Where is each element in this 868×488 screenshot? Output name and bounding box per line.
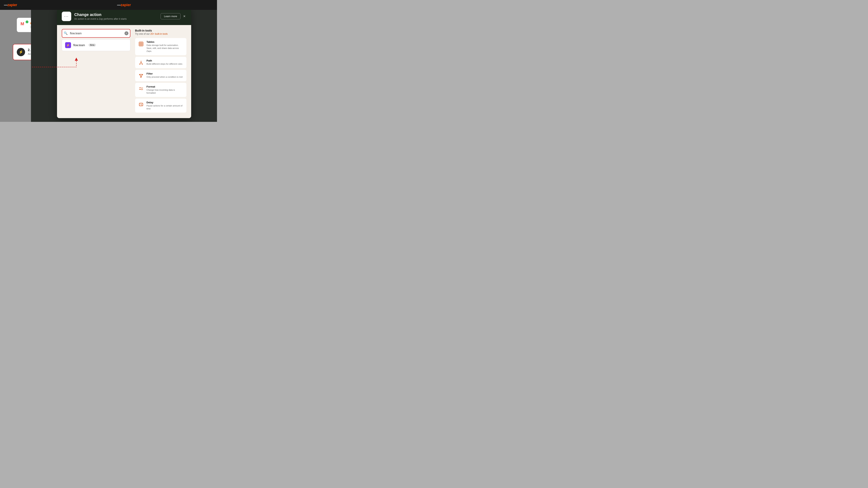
checkmark-icon: ✓ xyxy=(26,21,28,23)
search-result-flowteam[interactable]: ⚡ flow.team Beta xyxy=(62,39,130,51)
tool-filter-name: Filter xyxy=(147,72,183,75)
tool-path-desc: Build different steps for different rule… xyxy=(147,63,183,65)
tool-card-delay[interactable]: Delay Pause actions for a certain amount… xyxy=(135,99,186,113)
tool-card-filter[interactable]: Filter Only proceed when a condition is … xyxy=(135,70,186,81)
format-icon xyxy=(138,86,144,92)
builtin-tools-title: Built-in tools xyxy=(135,29,186,32)
right-panel: —zapier ··· Change action An action is a… xyxy=(31,0,217,122)
dialog-body: 🔍 × ⚡ flow.team Beta Built-in tools xyxy=(57,25,191,118)
beta-badge: Beta xyxy=(89,43,96,46)
tool-format-content: Format Change how incoming data is forma… xyxy=(147,85,184,95)
gmail-icon: M ✓ xyxy=(21,21,28,28)
builtin-tools-link[interactable]: 20+ built-in tools xyxy=(150,33,168,35)
action-icon: ⚡ xyxy=(17,48,25,56)
search-input[interactable] xyxy=(69,30,123,36)
dialog-subtitle: An action is an event a Zap performs aft… xyxy=(74,18,158,20)
svg-point-6 xyxy=(142,64,143,65)
tool-card-format[interactable]: Format Change how incoming data is forma… xyxy=(135,83,186,97)
dialog-header: ··· Change action An action is an event … xyxy=(57,8,191,25)
tool-path-name: Path xyxy=(147,59,183,62)
builtin-tools-subtitle: Try one of our 20+ built-in tools xyxy=(135,33,186,35)
search-results: ⚡ flow.team Beta xyxy=(62,39,130,51)
tool-delay-desc: Pause actions for a certain amount of ti… xyxy=(147,104,184,110)
tool-tables-content: Tables Data storage built for automation… xyxy=(147,40,184,53)
gmail-letter: M xyxy=(21,21,24,26)
dialog-icon: ··· xyxy=(62,12,71,21)
svg-point-5 xyxy=(140,64,140,65)
dialog-header-actions: Learn more × xyxy=(161,13,186,19)
clear-search-button[interactable]: × xyxy=(124,31,128,35)
tool-path-content: Path Build different steps for different… xyxy=(147,59,183,65)
tool-tables-name: Tables xyxy=(147,40,184,43)
zapier-logo-left: —zapier xyxy=(4,3,17,7)
tool-delay-name: Delay xyxy=(147,101,184,104)
tool-format-desc: Change how incoming data is formatted xyxy=(147,89,184,95)
zapier-logo-right: —zapier xyxy=(117,3,131,7)
change-action-dialog: ··· Change action An action is an event … xyxy=(57,8,191,118)
close-button[interactable]: × xyxy=(183,13,186,19)
builtin-subtitle-text: Try one of our xyxy=(135,33,151,35)
learn-more-button[interactable]: Learn more xyxy=(161,13,180,19)
flowteam-icon: ⚡ xyxy=(65,42,71,48)
tool-card-path[interactable]: Path Build different steps for different… xyxy=(135,57,186,68)
svg-line-9 xyxy=(141,105,142,105)
svg-rect-0 xyxy=(139,42,143,46)
delay-icon xyxy=(138,101,144,108)
search-area: 🔍 × ⚡ flow.team Beta xyxy=(62,29,130,115)
tool-card-tables[interactable]: Tables Data storage built for automation… xyxy=(135,38,186,55)
tool-format-name: Format xyxy=(147,85,184,88)
dialog-title: Change action xyxy=(74,12,158,17)
right-header: —zapier xyxy=(31,0,217,10)
tables-icon xyxy=(138,41,144,47)
search-box: 🔍 × xyxy=(62,29,130,38)
tool-filter-content: Filter Only proceed when a condition is … xyxy=(147,72,183,78)
filter-icon xyxy=(138,72,144,79)
builtin-tools-panel: Built-in tools Try one of our 20+ built-… xyxy=(135,29,186,115)
action-dots-icon: ··· xyxy=(64,14,69,19)
tool-filter-desc: Only proceed when a condition is met xyxy=(147,75,183,78)
tool-delay-content: Delay Pause actions for a certain amount… xyxy=(147,101,184,110)
flowteam-name: flow.team xyxy=(73,43,85,47)
search-icon: 🔍 xyxy=(64,31,68,35)
dialog-title-area: Change action An action is an event a Za… xyxy=(74,12,158,20)
path-icon xyxy=(138,60,144,66)
tool-tables-desc: Data storage built for automation. Save,… xyxy=(147,44,184,53)
